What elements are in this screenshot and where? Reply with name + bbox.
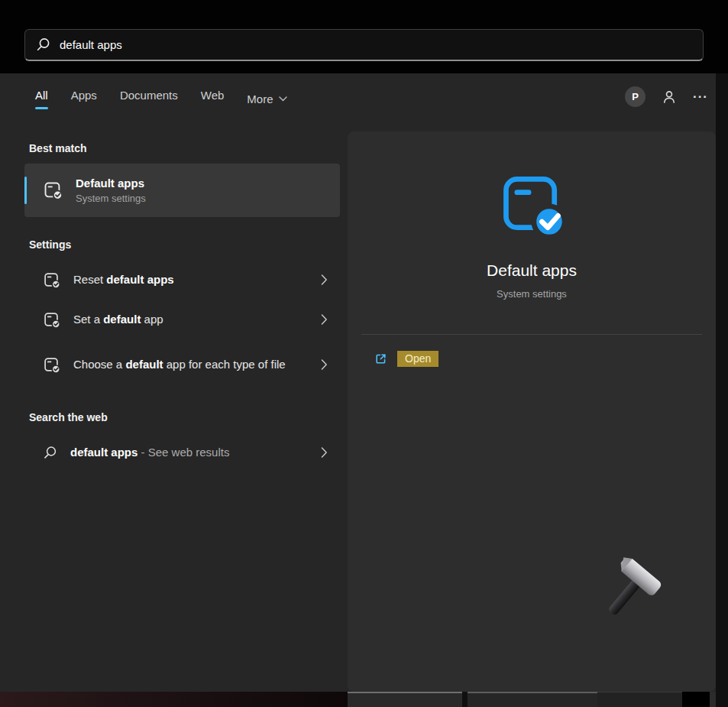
tab-more[interactable]: More xyxy=(247,89,286,109)
settings-result-choose-default[interactable]: Choose a default app for each type of fi… xyxy=(24,339,340,390)
open-button[interactable]: Open xyxy=(397,351,438,367)
search-icon xyxy=(43,446,57,460)
external-link-icon xyxy=(374,352,388,366)
divider xyxy=(361,334,702,335)
chevron-right-icon xyxy=(321,274,328,286)
result-label: default apps - See web results xyxy=(70,445,229,460)
best-match-text: Default apps System settings xyxy=(76,177,146,204)
taskbar-notch xyxy=(682,692,710,707)
tab-apps[interactable]: Apps xyxy=(71,89,97,109)
default-apps-icon xyxy=(43,311,60,329)
tab-all-label: All xyxy=(35,89,48,102)
default-apps-icon xyxy=(43,271,60,289)
chevron-right-icon xyxy=(321,447,328,459)
best-match-header: Best match xyxy=(29,142,340,154)
default-apps-icon-large xyxy=(497,170,567,243)
chevron-right-icon xyxy=(321,359,328,371)
settings-header: Settings xyxy=(29,238,340,251)
desktop-wallpaper-strip xyxy=(0,692,348,707)
preview-pane: Default apps System settings Open xyxy=(348,131,716,692)
result-subtitle: System settings xyxy=(76,193,146,204)
result-label: Set a default app xyxy=(73,312,163,327)
web-search-result[interactable]: default apps - See web results xyxy=(24,433,340,472)
window-gap xyxy=(462,692,468,707)
preview-subtitle: System settings xyxy=(348,288,716,300)
taskbar-strip xyxy=(348,692,716,707)
hammer-cursor xyxy=(590,553,667,633)
start-search-overlay: All Apps Documents Web More P ··· Best m… xyxy=(0,0,728,707)
result-title: Default apps xyxy=(76,177,146,190)
settings-result-reset[interactable]: Reset default apps xyxy=(24,260,340,300)
taskbar-surface xyxy=(597,692,682,707)
results-panel: Best match Default apps System settings … xyxy=(24,142,340,472)
background-window xyxy=(348,692,462,707)
tab-web[interactable]: Web xyxy=(201,89,225,109)
tab-documents[interactable]: Documents xyxy=(120,89,178,109)
search-box[interactable] xyxy=(24,29,704,61)
taskbar-end xyxy=(710,692,716,707)
user-avatar[interactable]: P xyxy=(625,86,645,107)
result-label: Reset default apps xyxy=(73,272,174,287)
active-tab-underline xyxy=(35,107,48,109)
chevron-down-icon xyxy=(279,96,287,102)
result-label: Choose a default app for each type of fi… xyxy=(73,357,286,372)
background-window xyxy=(468,692,597,707)
settings-result-set-default[interactable]: Set a default app xyxy=(24,300,340,339)
default-apps-icon xyxy=(43,356,60,374)
default-apps-icon xyxy=(43,180,63,200)
desktop-edge xyxy=(716,73,728,707)
chevron-right-icon xyxy=(321,314,328,326)
best-match-result[interactable]: Default apps System settings xyxy=(24,164,340,217)
search-input[interactable] xyxy=(60,38,692,51)
search-web-header: Search the web xyxy=(29,411,340,423)
search-header xyxy=(0,0,728,73)
account-options-icon[interactable] xyxy=(662,89,677,104)
topbar-actions: P ··· xyxy=(625,86,708,107)
open-action-row[interactable]: Open xyxy=(374,351,716,367)
tab-all[interactable]: All xyxy=(35,89,48,109)
preview-title: Default apps xyxy=(348,261,716,280)
more-options-icon[interactable]: ··· xyxy=(693,86,708,107)
search-icon xyxy=(36,37,50,52)
filter-tabs: All Apps Documents Web More xyxy=(35,89,287,109)
